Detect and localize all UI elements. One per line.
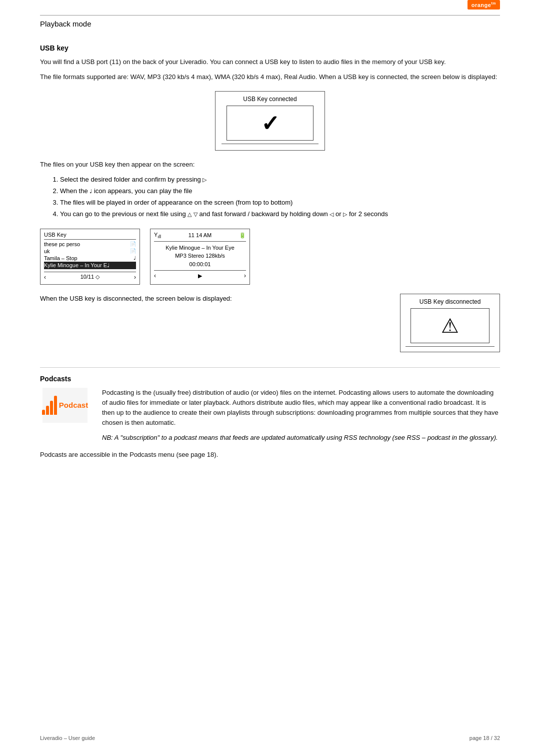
podcasts-note: NB: A "subscription" to a podcast means … — [102, 433, 500, 443]
usb-file-row-4: Kylie Minogue – In Your E♩ — [44, 262, 136, 269]
podcasts-title: Podcasts — [40, 375, 500, 383]
usb-disconnected-icon: ⚠ — [410, 308, 490, 343]
step-4: You can go to the previous or next file … — [60, 209, 500, 220]
podcast-logo-area: Podcast — [40, 388, 90, 423]
podcast-logo-inner: Podcast — [42, 396, 88, 415]
podcasts-body: Podcasting is the (usually free) distrib… — [102, 388, 500, 443]
usb-connected-line — [222, 144, 318, 144]
usb-file-row-3: Tamila – Stop ♩ — [44, 255, 136, 262]
step-3: The files will be played in order of app… — [60, 198, 500, 208]
usb-key-title: USB key — [40, 44, 500, 52]
dual-screens-row: USB Key these pc perso 📄 uk 📄 Tamila – S… — [40, 229, 500, 285]
podcast-signal-icon — [42, 396, 57, 415]
usb-connected-screen-area: USB Key connected ✓ — [40, 91, 500, 151]
playback-play-icon: ▶ — [198, 273, 202, 279]
usb-file-row-1: these pc perso 📄 — [44, 241, 136, 248]
usb-connected-title: USB Key connected — [222, 96, 318, 103]
usb-disconnected-line — [406, 346, 494, 347]
podcast-logo: Podcast — [42, 388, 88, 423]
logo-text: orange — [472, 2, 492, 8]
orange-logo: orangetm — [468, 0, 500, 10]
usb-key-para1: You will find a USB port (11) on the bac… — [40, 57, 500, 67]
page-section-title: Playback mode — [40, 20, 92, 28]
playback-top-bar: Yıll 11 14 AM 🔋 — [154, 232, 246, 239]
files-appear-text: The files on your USB key then appear on… — [40, 160, 500, 170]
playback-nav-right: › — [244, 272, 246, 279]
usb-nav-left: ‹ — [44, 274, 46, 281]
playback-time: 11 14 AM — [188, 232, 212, 238]
step-1: Select the desired folder and confirm by… — [60, 175, 500, 185]
podcasts-para1: Podcasting is the (usually free) distrib… — [102, 388, 500, 428]
playback-nav: ‹ ▶ › — [154, 270, 246, 279]
playback-info: Kylie Minogue – In Your Eye MP3 Stereo 1… — [154, 244, 246, 269]
footer-left: Liveradio – User guide — [40, 735, 95, 741]
top-divider: Playback mode — [40, 15, 500, 35]
usb-key-para2: The file formats supported are: WAV, MP3… — [40, 72, 500, 82]
step-2: When the ♩ icon appears, you can play th… — [60, 186, 500, 197]
playback-time-elapsed: 00:00:01 — [154, 260, 246, 269]
footer-right: page 18 / 32 — [470, 735, 500, 741]
usb-file-row-2: uk 📄 — [44, 248, 136, 255]
usb-disconnected-screen: USB Key disconnected ⚠ — [400, 294, 500, 352]
usb-key-list-screen: USB Key these pc perso 📄 uk 📄 Tamila – S… — [40, 229, 140, 285]
podcasts-footer-text: Podcasts are accessible in the Podcasts … — [40, 450, 500, 460]
playback-track: Kylie Minogue – In Your Eye — [154, 244, 246, 252]
logo-sup: tm — [491, 2, 496, 5]
usb-disconnected-title: USB Key disconnected — [406, 298, 494, 305]
usb-nav-right: › — [134, 274, 136, 281]
podcasts-header: Podcast Podcasting is the (usually free)… — [40, 388, 500, 443]
disconnect-area: When the USB key is disconnected, the sc… — [40, 294, 500, 352]
playback-screen: Yıll 11 14 AM 🔋 Kylie Minogue – In Your … — [150, 229, 250, 285]
disconnect-text: When the USB key is disconnected, the sc… — [40, 294, 385, 304]
steps-list: Select the desired folder and confirm by… — [60, 175, 500, 219]
usb-connected-screen: USB Key connected ✓ — [215, 91, 325, 151]
podcast-wordmark: Podcast — [59, 401, 88, 409]
podcasts-section: Podcasts Podcast — [40, 367, 500, 460]
usb-connected-icon: ✓ — [226, 106, 314, 141]
battery-icon: 🔋 — [239, 232, 246, 239]
playback-format: MP3 Stereo 128kb/s — [154, 252, 246, 260]
playback-nav-left: ‹ — [154, 272, 156, 279]
usb-key-nav: ‹ 10/11 ◇ › — [44, 272, 136, 281]
signal-icon: Yıll — [154, 232, 161, 239]
usb-key-section: USB key You will find a USB port (11) on… — [40, 44, 500, 352]
footer: Liveradio – User guide page 18 / 32 — [40, 735, 500, 741]
usb-key-list-title: USB Key — [44, 232, 136, 238]
usb-nav-center: 10/11 ◇ — [80, 274, 100, 280]
